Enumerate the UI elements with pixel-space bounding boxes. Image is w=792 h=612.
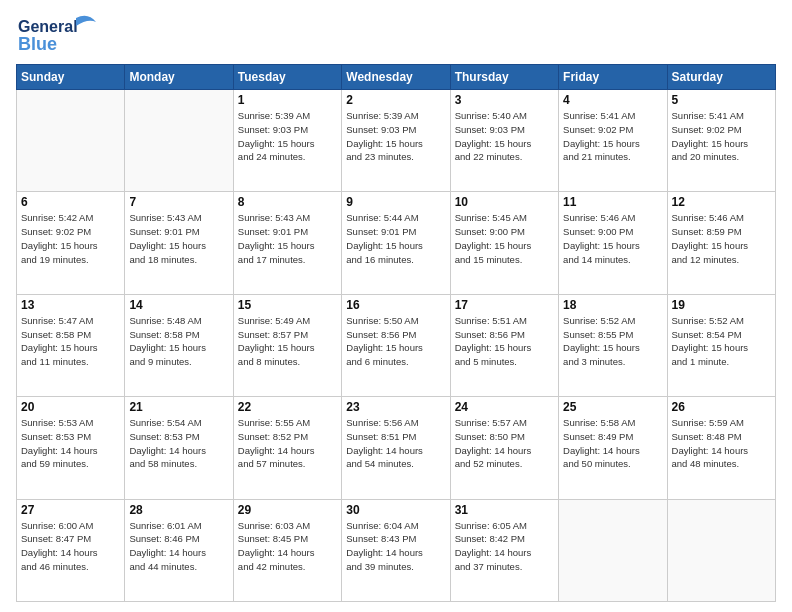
day-number: 1 <box>238 93 337 107</box>
day-number: 2 <box>346 93 445 107</box>
day-info: Sunrise: 5:59 AM Sunset: 8:48 PM Dayligh… <box>672 416 771 471</box>
day-info: Sunrise: 5:50 AM Sunset: 8:56 PM Dayligh… <box>346 314 445 369</box>
calendar-cell: 8Sunrise: 5:43 AM Sunset: 9:01 PM Daylig… <box>233 192 341 294</box>
calendar-week-row: 27Sunrise: 6:00 AM Sunset: 8:47 PM Dayli… <box>17 499 776 601</box>
weekday-header: Tuesday <box>233 65 341 90</box>
day-number: 9 <box>346 195 445 209</box>
header: General Blue <box>16 10 776 58</box>
calendar-cell: 17Sunrise: 5:51 AM Sunset: 8:56 PM Dayli… <box>450 294 558 396</box>
weekday-header: Thursday <box>450 65 558 90</box>
calendar-cell: 23Sunrise: 5:56 AM Sunset: 8:51 PM Dayli… <box>342 397 450 499</box>
day-number: 3 <box>455 93 554 107</box>
calendar-cell: 10Sunrise: 5:45 AM Sunset: 9:00 PM Dayli… <box>450 192 558 294</box>
calendar-cell: 7Sunrise: 5:43 AM Sunset: 9:01 PM Daylig… <box>125 192 233 294</box>
calendar-cell: 22Sunrise: 5:55 AM Sunset: 8:52 PM Dayli… <box>233 397 341 499</box>
calendar-cell: 18Sunrise: 5:52 AM Sunset: 8:55 PM Dayli… <box>559 294 667 396</box>
logo-icon: General Blue <box>16 10 106 58</box>
calendar-cell: 24Sunrise: 5:57 AM Sunset: 8:50 PM Dayli… <box>450 397 558 499</box>
day-number: 25 <box>563 400 662 414</box>
day-info: Sunrise: 6:01 AM Sunset: 8:46 PM Dayligh… <box>129 519 228 574</box>
day-info: Sunrise: 5:52 AM Sunset: 8:54 PM Dayligh… <box>672 314 771 369</box>
calendar-cell: 9Sunrise: 5:44 AM Sunset: 9:01 PM Daylig… <box>342 192 450 294</box>
calendar-cell: 16Sunrise: 5:50 AM Sunset: 8:56 PM Dayli… <box>342 294 450 396</box>
day-number: 12 <box>672 195 771 209</box>
calendar-week-row: 1Sunrise: 5:39 AM Sunset: 9:03 PM Daylig… <box>17 90 776 192</box>
day-number: 20 <box>21 400 120 414</box>
day-number: 6 <box>21 195 120 209</box>
day-info: Sunrise: 6:04 AM Sunset: 8:43 PM Dayligh… <box>346 519 445 574</box>
day-number: 13 <box>21 298 120 312</box>
weekday-header: Sunday <box>17 65 125 90</box>
calendar-cell <box>125 90 233 192</box>
calendar-cell: 20Sunrise: 5:53 AM Sunset: 8:53 PM Dayli… <box>17 397 125 499</box>
day-info: Sunrise: 5:43 AM Sunset: 9:01 PM Dayligh… <box>129 211 228 266</box>
day-info: Sunrise: 5:58 AM Sunset: 8:49 PM Dayligh… <box>563 416 662 471</box>
calendar-cell <box>667 499 775 601</box>
logo: General Blue <box>16 10 106 58</box>
day-info: Sunrise: 5:39 AM Sunset: 9:03 PM Dayligh… <box>346 109 445 164</box>
day-number: 15 <box>238 298 337 312</box>
calendar-cell: 1Sunrise: 5:39 AM Sunset: 9:03 PM Daylig… <box>233 90 341 192</box>
calendar-cell: 2Sunrise: 5:39 AM Sunset: 9:03 PM Daylig… <box>342 90 450 192</box>
day-info: Sunrise: 5:41 AM Sunset: 9:02 PM Dayligh… <box>672 109 771 164</box>
day-info: Sunrise: 5:54 AM Sunset: 8:53 PM Dayligh… <box>129 416 228 471</box>
day-info: Sunrise: 5:55 AM Sunset: 8:52 PM Dayligh… <box>238 416 337 471</box>
day-number: 29 <box>238 503 337 517</box>
calendar-cell: 3Sunrise: 5:40 AM Sunset: 9:03 PM Daylig… <box>450 90 558 192</box>
day-number: 11 <box>563 195 662 209</box>
day-info: Sunrise: 5:51 AM Sunset: 8:56 PM Dayligh… <box>455 314 554 369</box>
svg-text:General: General <box>18 18 78 35</box>
weekday-header: Friday <box>559 65 667 90</box>
day-number: 26 <box>672 400 771 414</box>
day-number: 10 <box>455 195 554 209</box>
calendar-cell: 19Sunrise: 5:52 AM Sunset: 8:54 PM Dayli… <box>667 294 775 396</box>
day-info: Sunrise: 5:45 AM Sunset: 9:00 PM Dayligh… <box>455 211 554 266</box>
calendar-cell: 5Sunrise: 5:41 AM Sunset: 9:02 PM Daylig… <box>667 90 775 192</box>
calendar-cell: 11Sunrise: 5:46 AM Sunset: 9:00 PM Dayli… <box>559 192 667 294</box>
day-info: Sunrise: 5:52 AM Sunset: 8:55 PM Dayligh… <box>563 314 662 369</box>
calendar-cell: 15Sunrise: 5:49 AM Sunset: 8:57 PM Dayli… <box>233 294 341 396</box>
day-info: Sunrise: 5:56 AM Sunset: 8:51 PM Dayligh… <box>346 416 445 471</box>
day-info: Sunrise: 5:53 AM Sunset: 8:53 PM Dayligh… <box>21 416 120 471</box>
calendar-table: SundayMondayTuesdayWednesdayThursdayFrid… <box>16 64 776 602</box>
calendar-cell: 4Sunrise: 5:41 AM Sunset: 9:02 PM Daylig… <box>559 90 667 192</box>
day-number: 24 <box>455 400 554 414</box>
day-number: 21 <box>129 400 228 414</box>
day-info: Sunrise: 5:48 AM Sunset: 8:58 PM Dayligh… <box>129 314 228 369</box>
day-info: Sunrise: 5:57 AM Sunset: 8:50 PM Dayligh… <box>455 416 554 471</box>
calendar-cell: 26Sunrise: 5:59 AM Sunset: 8:48 PM Dayli… <box>667 397 775 499</box>
day-number: 23 <box>346 400 445 414</box>
day-info: Sunrise: 6:03 AM Sunset: 8:45 PM Dayligh… <box>238 519 337 574</box>
calendar-week-row: 13Sunrise: 5:47 AM Sunset: 8:58 PM Dayli… <box>17 294 776 396</box>
day-number: 14 <box>129 298 228 312</box>
day-number: 27 <box>21 503 120 517</box>
day-number: 22 <box>238 400 337 414</box>
calendar-week-row: 6Sunrise: 5:42 AM Sunset: 9:02 PM Daylig… <box>17 192 776 294</box>
day-info: Sunrise: 5:42 AM Sunset: 9:02 PM Dayligh… <box>21 211 120 266</box>
calendar-cell: 28Sunrise: 6:01 AM Sunset: 8:46 PM Dayli… <box>125 499 233 601</box>
calendar-cell <box>559 499 667 601</box>
day-info: Sunrise: 6:05 AM Sunset: 8:42 PM Dayligh… <box>455 519 554 574</box>
weekday-header: Wednesday <box>342 65 450 90</box>
calendar-week-row: 20Sunrise: 5:53 AM Sunset: 8:53 PM Dayli… <box>17 397 776 499</box>
day-info: Sunrise: 5:43 AM Sunset: 9:01 PM Dayligh… <box>238 211 337 266</box>
day-info: Sunrise: 6:00 AM Sunset: 8:47 PM Dayligh… <box>21 519 120 574</box>
day-number: 4 <box>563 93 662 107</box>
day-info: Sunrise: 5:47 AM Sunset: 8:58 PM Dayligh… <box>21 314 120 369</box>
day-info: Sunrise: 5:49 AM Sunset: 8:57 PM Dayligh… <box>238 314 337 369</box>
calendar-cell: 6Sunrise: 5:42 AM Sunset: 9:02 PM Daylig… <box>17 192 125 294</box>
day-info: Sunrise: 5:39 AM Sunset: 9:03 PM Dayligh… <box>238 109 337 164</box>
calendar-cell <box>17 90 125 192</box>
day-number: 5 <box>672 93 771 107</box>
day-info: Sunrise: 5:46 AM Sunset: 8:59 PM Dayligh… <box>672 211 771 266</box>
calendar-cell: 30Sunrise: 6:04 AM Sunset: 8:43 PM Dayli… <box>342 499 450 601</box>
day-info: Sunrise: 5:41 AM Sunset: 9:02 PM Dayligh… <box>563 109 662 164</box>
weekday-header: Monday <box>125 65 233 90</box>
day-info: Sunrise: 5:40 AM Sunset: 9:03 PM Dayligh… <box>455 109 554 164</box>
day-number: 8 <box>238 195 337 209</box>
day-number: 18 <box>563 298 662 312</box>
calendar-header-row: SundayMondayTuesdayWednesdayThursdayFrid… <box>17 65 776 90</box>
svg-text:Blue: Blue <box>18 34 57 54</box>
day-number: 31 <box>455 503 554 517</box>
calendar-cell: 21Sunrise: 5:54 AM Sunset: 8:53 PM Dayli… <box>125 397 233 499</box>
